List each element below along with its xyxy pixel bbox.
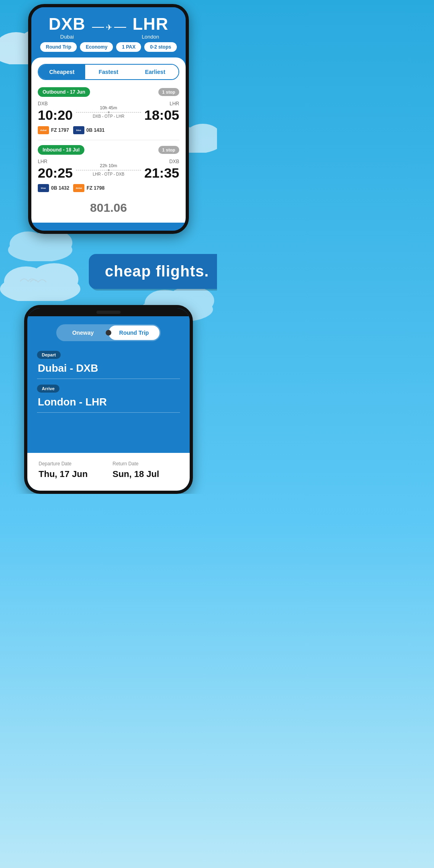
inbound-stops-badge: 1 stop xyxy=(158,146,179,154)
inbound-duration: 22h 10m xyxy=(76,163,141,168)
trip-type-toggle[interactable]: Oneway Round Trip xyxy=(56,324,161,341)
inbound-route: LHR - OTP - DXB xyxy=(76,172,141,176)
outbound-to-label: LHR xyxy=(144,101,179,106)
inbound-header: Inbound - 18 Jul 1 stop xyxy=(38,145,179,155)
cabin-class-pill[interactable]: Economy xyxy=(80,42,113,52)
depart-divider xyxy=(37,379,180,379)
passengers-pill[interactable]: 1 PAX xyxy=(116,42,141,52)
filter-pills: Round Trip Economy 1 PAX 0-2 stops xyxy=(39,42,178,52)
stops-pill[interactable]: 0-2 stops xyxy=(144,42,177,52)
inbound-flight-1-code: 0B 1432 xyxy=(51,185,69,191)
outbound-arrive-time: 18:05 xyxy=(144,107,179,123)
arrive-label: Arrive xyxy=(37,385,59,393)
depart-label: Depart xyxy=(37,351,61,359)
outbound-flight-1-code: FZ 1797 xyxy=(51,127,69,133)
from-city: Dubai xyxy=(49,34,86,40)
arrive-value[interactable]: London - LHR xyxy=(37,396,180,408)
round-trip-toggle[interactable]: Round Trip xyxy=(108,326,160,340)
outbound-badge: Outbound - 17 Jun xyxy=(38,87,90,97)
inbound-airline-1: blue 0B 1432 xyxy=(38,184,69,192)
outbound-middle: 10h 45m DXB - OTP - LHR xyxy=(73,105,144,119)
fz-logo-2: dubai xyxy=(73,184,84,192)
depart-value[interactable]: Dubai - DXB xyxy=(37,362,180,375)
outbound-route: DXB - OTP - LHR xyxy=(76,114,141,119)
sort-tab-bar: Cheapest Fastest Earliest xyxy=(38,64,179,80)
to-city: London xyxy=(133,34,168,40)
departure-date-value[interactable]: Thu, 17 Jun xyxy=(39,469,104,479)
section-divider xyxy=(38,140,179,140)
dates-section: Departure Date Thu, 17 Jun Return Date S… xyxy=(27,453,190,491)
return-date-value[interactable]: Sun, 18 Jul xyxy=(113,469,178,479)
inbound-airlines: blue 0B 1432 dubai FZ 1798 xyxy=(38,184,179,192)
inbound-depart-time: 20:25 xyxy=(38,165,73,181)
price-preview: 801.06 xyxy=(38,198,179,216)
ob-logo-2: blue xyxy=(38,184,49,192)
fz-logo: dubai xyxy=(38,126,49,134)
tab-earliest[interactable]: Earliest xyxy=(132,65,178,79)
inbound-airline-2: dubai FZ 1798 xyxy=(73,184,104,192)
tab-fastest[interactable]: Fastest xyxy=(85,65,132,79)
phone-screen-2: Oneway Round Trip Depart Dubai - DXB Arr… xyxy=(24,305,193,494)
to-airport-code: LHR xyxy=(133,14,168,34)
return-date-label: Return Date xyxy=(113,461,178,467)
inbound-section: Inbound - 18 Jul 1 stop LHR 20:25 22h 10… xyxy=(38,145,179,192)
departure-date-label: Departure Date xyxy=(39,461,104,467)
outbound-depart-time: 10:20 xyxy=(38,107,73,123)
flight-header: DXB Dubai ✈ LHR London Round Trip Econom… xyxy=(31,7,186,57)
inbound-to-label: DXB xyxy=(144,159,179,164)
outbound-airline-1: dubai FZ 1797 xyxy=(38,126,69,134)
flight-direction-arrow: ✈ xyxy=(92,23,126,32)
outbound-duration: 10h 45m xyxy=(76,105,141,110)
phone-screen-1: DXB Dubai ✈ LHR London Round Trip Econom… xyxy=(28,4,189,234)
cheap-flights-text: cheap flights. xyxy=(105,263,209,280)
toggle-indicator xyxy=(106,330,111,336)
ob-logo-1: blue xyxy=(73,126,84,134)
content-area: Cheapest Fastest Earliest Outbound - 17 … xyxy=(31,57,186,223)
inbound-times: LHR 20:25 22h 10m LHR - OTP - DXB DXB xyxy=(38,159,179,181)
inbound-from-label: LHR xyxy=(38,159,73,164)
dates-row: Departure Date Thu, 17 Jun Return Date S… xyxy=(39,461,178,479)
inbound-middle: 22h 10m LHR - OTP - DXB xyxy=(73,163,144,176)
from-airport-code: DXB xyxy=(49,14,86,34)
oneway-toggle[interactable]: Oneway xyxy=(57,326,108,340)
inbound-badge: Inbound - 18 Jul xyxy=(38,145,84,155)
outbound-flight-2-code: 0B 1431 xyxy=(86,127,104,133)
return-date-col: Return Date Sun, 18 Jul xyxy=(113,461,178,479)
departure-date-col: Departure Date Thu, 17 Jun xyxy=(39,461,104,479)
outbound-header: Outbound - 17 Jun 1 stop xyxy=(38,87,179,97)
inbound-arrive-time: 21:35 xyxy=(144,165,179,181)
tab-cheapest[interactable]: Cheapest xyxy=(39,65,85,79)
outbound-times: DXB 10:20 10h 45m DXB - OTP - LHR LHR xyxy=(38,101,179,123)
outbound-section: Outbound - 17 Jun 1 stop DXB 10:20 10h 4… xyxy=(38,87,179,134)
svg-point-14 xyxy=(30,263,78,295)
search-form: Depart Dubai - DXB Arrive London - LHR xyxy=(35,351,182,413)
outbound-airlines: dubai FZ 1797 blue 0B 1431 xyxy=(38,126,179,134)
arrive-divider xyxy=(37,412,180,413)
outbound-airline-2: blue 0B 1431 xyxy=(73,126,104,134)
inbound-flight-2-code: FZ 1798 xyxy=(86,185,104,191)
trip-type-pill[interactable]: Round Trip xyxy=(40,42,77,52)
outbound-from-label: DXB xyxy=(38,101,73,106)
outbound-stops-badge: 1 stop xyxy=(158,88,179,96)
cheap-flights-bubble: cheap flights. xyxy=(89,254,217,289)
